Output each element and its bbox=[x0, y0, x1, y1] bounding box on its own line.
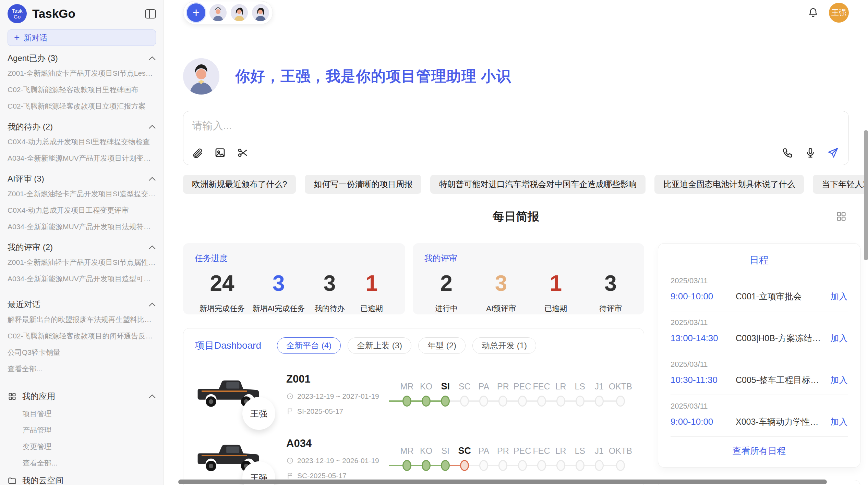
stat: 24新增完成任务 bbox=[200, 271, 245, 314]
app-item-product[interactable]: 产品管理 bbox=[8, 422, 156, 438]
event-name: C001-立项审批会 bbox=[736, 291, 826, 302]
greeting-text: 你好，王强，我是你的项目管理助理 小识 bbox=[235, 66, 511, 86]
stat: 2进行中 bbox=[429, 271, 463, 314]
project-row[interactable]: 王强 A034 2023-12-19 ~ 2026-01-19 SC-2025-… bbox=[195, 435, 632, 483]
list-item[interactable]: C02-飞腾新能源轻客改款项目里程碑画布 bbox=[8, 82, 156, 98]
schedule-event: 2025/03/11 9:00-10:00 X003-车辆动力学性能验... 加… bbox=[671, 395, 848, 437]
list-item[interactable]: C02-飞腾新能源轻客改款项目立项汇报方案 bbox=[8, 98, 156, 114]
section-ai-review[interactable]: AI评审 (3) bbox=[8, 173, 156, 184]
list-item[interactable]: A034-全新新能源MUV产品开发项目造型可行性评审 bbox=[8, 271, 156, 287]
sidebar-item-cloud-space[interactable]: 我的云空间 bbox=[8, 471, 156, 485]
view-all-chats-link[interactable]: 查看全部... bbox=[8, 361, 156, 377]
attachment-icon[interactable] bbox=[192, 147, 203, 159]
section-my-review[interactable]: 我的评审 (2) bbox=[8, 242, 156, 253]
milestone-connector bbox=[431, 465, 441, 466]
list-item[interactable]: C0X4-动力总成开发项目工程变更评审 bbox=[8, 202, 156, 219]
horizontal-scrollbar[interactable] bbox=[178, 480, 827, 484]
list-item[interactable]: A034-全新新能源MUV产品开发项目法规符合性评审 bbox=[8, 219, 156, 235]
phone-icon[interactable] bbox=[782, 147, 794, 159]
milestone-label: PA bbox=[474, 444, 493, 458]
avatar[interactable] bbox=[209, 4, 227, 21]
notification-bell-icon[interactable] bbox=[808, 7, 819, 18]
user-avatar[interactable]: 王强 bbox=[829, 3, 849, 23]
app-item-project[interactable]: 项目管理 bbox=[8, 406, 156, 422]
send-icon[interactable] bbox=[827, 147, 839, 159]
milestone-connector bbox=[469, 465, 479, 466]
list-item[interactable]: C0X4-动力总成开发项目SI里程碑提交物检查 bbox=[8, 134, 156, 150]
tab-new-platform[interactable]: 全新平台 (4) bbox=[277, 337, 341, 354]
list-item[interactable]: Z001-全新燃油皮卡产品开发项目SI节点Lesson Learn报告 bbox=[8, 65, 156, 82]
join-link[interactable]: 加入 bbox=[831, 374, 848, 386]
event-time: 10:30-11:30 bbox=[671, 375, 736, 385]
new-chat-button[interactable]: + 新对话 bbox=[8, 29, 156, 46]
hero: 你好，王强，我是你的项目管理助理 小识 bbox=[183, 58, 849, 95]
join-link[interactable]: 加入 bbox=[831, 291, 848, 302]
sidebar-item-my-apps[interactable]: 我的应用 bbox=[8, 387, 156, 406]
suggestion-chip[interactable]: 当下年轻人对汽车外观有怎样的喜好趋势 bbox=[813, 175, 868, 194]
composer-left-tools bbox=[192, 147, 249, 159]
section-agent-done[interactable]: Agent已办 (3) bbox=[8, 53, 156, 64]
suggestion-chip[interactable]: 如何写一份清晰的项目周报 bbox=[305, 175, 421, 194]
chevron-up-icon bbox=[148, 176, 156, 181]
list-item[interactable]: Z001-全新燃油轻卡产品开发项目SI造型提交物评审 bbox=[8, 186, 156, 202]
divider bbox=[8, 382, 156, 382]
schedule-event: 2025/03/11 10:30-11:30 C005-整车工程目标评审 加入 bbox=[671, 353, 848, 395]
divider bbox=[8, 292, 156, 292]
project-dates: 2023-12-19 ~ 2027-01-19 bbox=[297, 392, 379, 400]
join-link[interactable]: 加入 bbox=[831, 333, 848, 344]
milestone-dot bbox=[616, 460, 625, 471]
suggestion-chip[interactable]: 欧洲新规最近颁布了什么? bbox=[183, 175, 296, 194]
chevron-up-icon bbox=[148, 124, 156, 129]
section-recent-chats[interactable]: 最近对话 bbox=[8, 299, 156, 310]
collaborator-pill: + bbox=[183, 1, 273, 24]
list-item[interactable]: A034-全新新能源MUV产品开发项目计划变更表编写 bbox=[8, 150, 156, 166]
milestone-dot bbox=[595, 460, 604, 471]
apps-grid-icon bbox=[8, 392, 17, 401]
chevron-up-icon bbox=[148, 394, 156, 399]
app-item-change[interactable]: 变更管理 bbox=[8, 438, 156, 455]
project-row[interactable]: 王强 Z001 2023-12-19 ~ 2027-01-19 SI-2025-… bbox=[195, 370, 632, 418]
microphone-icon[interactable] bbox=[805, 147, 816, 159]
view-all-schedule-link[interactable]: 查看所有日程 bbox=[671, 437, 848, 460]
milestone: MR bbox=[397, 380, 417, 409]
chat-input-box[interactable]: 请输入... bbox=[183, 111, 849, 165]
section-my-todo[interactable]: 我的待办 (2) bbox=[8, 121, 156, 132]
list-item[interactable]: 公司Q3轻卡销量 bbox=[8, 344, 156, 361]
stat: 3AI预评审 bbox=[484, 271, 518, 314]
view-all-apps-link[interactable]: 查看全部... bbox=[8, 455, 156, 471]
milestone: PEC bbox=[513, 380, 532, 409]
milestone-dot bbox=[595, 396, 604, 407]
image-icon[interactable] bbox=[214, 147, 226, 159]
milestone-connector bbox=[488, 465, 498, 466]
avatar[interactable] bbox=[231, 4, 248, 21]
suggestion-chip[interactable]: 特朗普可能对进口汽车增税会对中国车企造成哪些影响 bbox=[430, 175, 646, 194]
list-item[interactable]: Z001-全新燃油轻卡产品开发项目SI节点属性5D文件评审 bbox=[8, 254, 156, 271]
suggestion-chip[interactable]: 比亚迪全固态电池计划具体说了什么 bbox=[654, 175, 804, 194]
add-collaborator-button[interactable]: + bbox=[187, 3, 205, 22]
join-link[interactable]: 加入 bbox=[831, 416, 848, 427]
scissors-icon[interactable] bbox=[237, 147, 249, 159]
input-placeholder: 请输入... bbox=[192, 119, 232, 133]
section-title: 最近对话 bbox=[8, 299, 40, 310]
stat-label: 进行中 bbox=[429, 303, 463, 314]
vertical-scrollbar[interactable] bbox=[864, 130, 868, 260]
tab-year-model[interactable]: 年型 (2) bbox=[418, 337, 466, 354]
main-area: + 王强 你好，王强，我是你的项目管理助理 小识 请输入... bbox=[164, 0, 868, 485]
milestone-label: SC bbox=[455, 444, 474, 458]
avatar[interactable] bbox=[252, 4, 269, 21]
milestone: FEC bbox=[532, 444, 551, 473]
milestone-dot bbox=[518, 460, 527, 471]
list-item[interactable]: C02-飞腾新能源轻客改款项目的闭环通告反馈情况 bbox=[8, 328, 156, 344]
list-item[interactable]: 解释最新出台的欧盟报废车法规再生塑料比例被调至15%... bbox=[8, 311, 156, 328]
schedule-title: 日程 bbox=[671, 254, 848, 267]
clock-icon bbox=[286, 457, 294, 464]
schedule-card: 日程 2025/03/11 9:00-10:00 C001-立项审批会 加入 2… bbox=[658, 243, 860, 468]
milestone: SC bbox=[455, 444, 474, 473]
tab-powertrain[interactable]: 动总开发 (1) bbox=[472, 337, 536, 354]
tab-new-body[interactable]: 全新上装 (3) bbox=[348, 337, 411, 354]
milestone-label: PR bbox=[493, 380, 513, 393]
collapse-sidebar-icon[interactable] bbox=[145, 9, 156, 18]
layout-grid-icon[interactable] bbox=[836, 211, 847, 223]
milestone-label: PR bbox=[493, 444, 513, 458]
event-time: 13:00-14:30 bbox=[671, 333, 736, 344]
